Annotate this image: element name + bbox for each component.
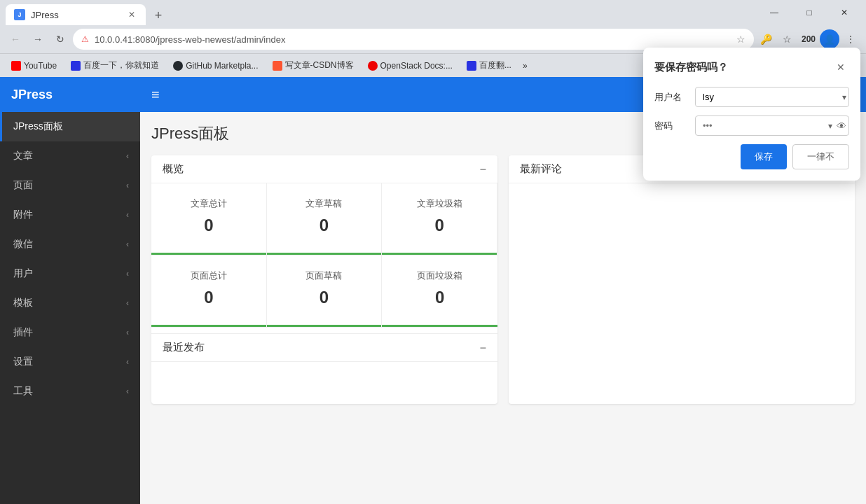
stat-articles-trash: 文章垃圾箱 0 — [382, 183, 497, 255]
username-input[interactable] — [695, 87, 849, 107]
sidebar-item-users[interactable]: 用户 ‹ — [0, 259, 140, 288]
bookmark-baidu[interactable]: 百度一下，你就知道 — [65, 58, 165, 73]
wechat-chevron: ‹ — [126, 239, 129, 249]
never-save-button[interactable]: 一律不 — [792, 144, 849, 169]
articles-draft-label: 文章草稿 — [278, 197, 371, 210]
title-bar: J JPress ✕ + — □ ✕ — [0, 0, 866, 25]
sidebar-item-articles[interactable]: 文章 ‹ — [0, 141, 140, 171]
more-bookmarks-button[interactable]: » — [520, 59, 530, 72]
pages-total-bar — [151, 325, 266, 327]
sidebar-item-plugins[interactable]: 插件 ‹ — [0, 318, 140, 347]
templates-label: 模板 — [13, 297, 33, 309]
openstack-label: OpenStack Docs:... — [380, 61, 453, 71]
pages-total-value: 0 — [163, 288, 255, 307]
sidebar-item-pages[interactable]: 页面 ‹ — [0, 171, 140, 200]
users-chevron: ‹ — [126, 269, 129, 279]
articles-trash-bar — [382, 253, 497, 255]
bookmark-baidu2[interactable]: 百度翻... — [461, 58, 517, 73]
address-bar[interactable]: ⚠ 10.0.0.41:8080/jpress-web-newest/admin… — [73, 29, 754, 50]
toolbar-right: 🔑 ☆ 200 👤 ⋮ — [757, 29, 860, 49]
tools-label: 工具 — [13, 385, 33, 398]
password-dropdown-icon[interactable]: ▾ — [828, 121, 832, 131]
username-row: 用户名 ▾ — [654, 87, 849, 107]
pages-trash-label: 页面垃圾箱 — [393, 270, 486, 282]
password-row: 密码 ▾ 👁 — [654, 115, 849, 136]
sidebar-item-tools[interactable]: 工具 ‹ — [0, 377, 140, 406]
url-text: 10.0.0.41:8080/jpress-web-newest/admin/i… — [95, 34, 731, 45]
youtube-favicon — [11, 61, 21, 71]
recent-collapse-btn[interactable]: – — [480, 342, 486, 354]
sidebar-item-wechat[interactable]: 微信 ‹ — [0, 230, 140, 259]
recent-panel-header: 最近发布 – — [151, 333, 497, 362]
bookmark-openstack[interactable]: OpenStack Docs:... — [362, 59, 458, 72]
forward-button[interactable]: → — [28, 29, 48, 49]
baidu2-favicon — [467, 61, 476, 71]
minimize-button[interactable]: — — [758, 1, 790, 24]
articles-label: 文章 — [13, 150, 33, 162]
stat-articles-total: 文章总计 0 — [151, 183, 267, 255]
pages-trash-value: 0 — [393, 288, 486, 307]
dialog-close-button[interactable]: ✕ — [832, 59, 849, 76]
tab-close-btn[interactable]: ✕ — [126, 9, 137, 20]
bookmark-csdn[interactable]: 写文章-CSDN博客 — [267, 58, 359, 73]
menu-button[interactable]: ⋮ — [841, 29, 860, 49]
active-tab[interactable]: J JPress ✕ — [6, 4, 146, 25]
sidebar-brand: JPress — [0, 77, 140, 112]
bookmark-icon[interactable]: ☆ — [736, 34, 745, 45]
settings-chevron: ‹ — [126, 357, 129, 367]
count-badge: 200 — [799, 33, 818, 46]
articles-total-label: 文章总计 — [163, 197, 255, 210]
profile-button[interactable]: 👤 — [820, 29, 839, 49]
menu-toggle-icon[interactable]: ≡ — [151, 87, 160, 103]
csdn-label: 写文章-CSDN博客 — [285, 59, 354, 71]
github-favicon — [173, 61, 183, 71]
articles-trash-value: 0 — [393, 216, 486, 235]
pages-trash-bar — [382, 325, 497, 327]
tab-title: JPress — [31, 10, 59, 20]
maximize-button[interactable]: □ — [793, 1, 825, 24]
bookmark-star-icon[interactable]: ☆ — [778, 29, 797, 49]
overview-title: 概览 — [163, 162, 184, 176]
sidebar-item-attachments[interactable]: 附件 ‹ — [0, 200, 140, 230]
stat-pages-draft: 页面草稿 0 — [267, 255, 383, 328]
tab-favicon: J — [14, 9, 25, 20]
username-dropdown-icon[interactable]: ▾ — [842, 92, 846, 102]
csdn-favicon — [273, 61, 282, 71]
save-password-button[interactable]: 保存 — [741, 144, 787, 169]
latest-comments-panel: 最新评论 – — [509, 155, 855, 404]
window-controls: — □ ✕ — [758, 1, 860, 24]
sidebar-item-dashboard[interactable]: JPress面板 — [0, 112, 140, 141]
users-label: 用户 — [13, 267, 33, 280]
stats-grid: 文章总计 0 文章草稿 0 文章垃圾箱 0 — [151, 183, 497, 328]
refresh-button[interactable]: ↻ — [50, 29, 70, 49]
overview-collapse-btn[interactable]: – — [480, 163, 486, 176]
articles-trash-label: 文章垃圾箱 — [393, 197, 486, 210]
sidebar-item-templates[interactable]: 模板 ‹ — [0, 288, 140, 318]
pages-label: 页面 — [13, 179, 33, 192]
new-tab-button[interactable]: + — [149, 6, 168, 25]
key-icon[interactable]: 🔑 — [757, 29, 776, 49]
show-password-icon[interactable]: 👁 — [837, 120, 846, 132]
articles-chevron: ‹ — [126, 151, 129, 161]
baidu-favicon — [71, 61, 81, 71]
back-button[interactable]: ← — [6, 29, 25, 49]
bookmark-github[interactable]: GitHub Marketpla... — [167, 59, 263, 72]
stat-pages-total: 页面总计 0 — [151, 255, 267, 328]
dashboard-label: JPress面板 — [13, 120, 63, 133]
username-input-wrap: ▾ — [695, 87, 849, 107]
articles-draft-value: 0 — [278, 216, 371, 235]
password-input[interactable] — [695, 115, 849, 136]
recent-panel-content — [151, 362, 497, 404]
close-button[interactable]: ✕ — [828, 1, 860, 24]
sidebar-item-settings[interactable]: 设置 ‹ — [0, 347, 140, 377]
latest-comments-title: 最新评论 — [520, 162, 562, 176]
youtube-label: YouTube — [24, 61, 57, 71]
bookmark-youtube[interactable]: YouTube — [6, 59, 62, 72]
github-label: GitHub Marketpla... — [186, 61, 258, 71]
password-save-dialog: 要保存密码吗？ ✕ 用户名 ▾ 密码 ▾ 👁 保存 一律不 — [643, 48, 860, 181]
settings-label: 设置 — [13, 356, 33, 368]
tab-strip: J JPress ✕ + — [6, 0, 168, 25]
wechat-label: 微信 — [13, 238, 33, 251]
security-icon: ⚠ — [81, 34, 89, 44]
overview-panel-header: 概览 – — [151, 155, 497, 183]
